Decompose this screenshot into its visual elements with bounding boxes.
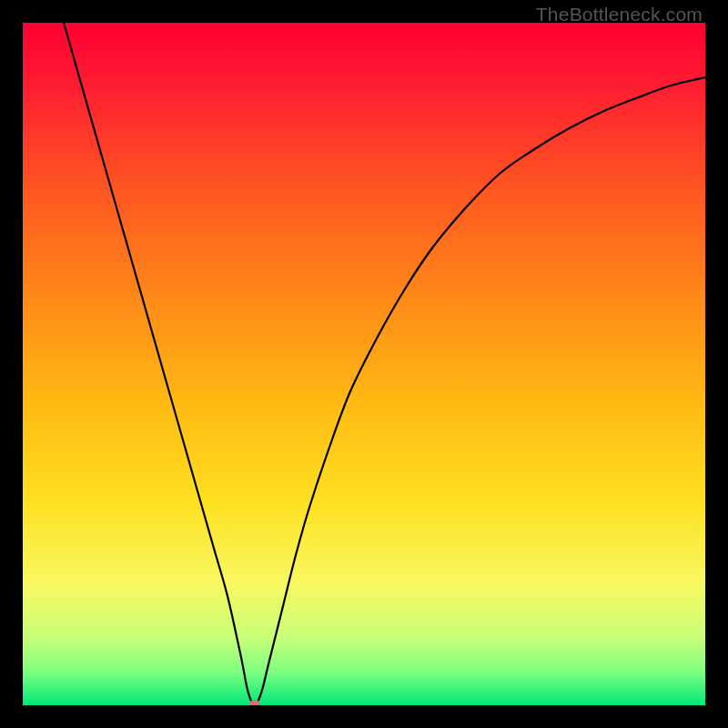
chart-frame bbox=[23, 23, 705, 705]
watermark-text: TheBottleneck.com bbox=[536, 4, 703, 25]
chart-plot bbox=[23, 23, 705, 705]
